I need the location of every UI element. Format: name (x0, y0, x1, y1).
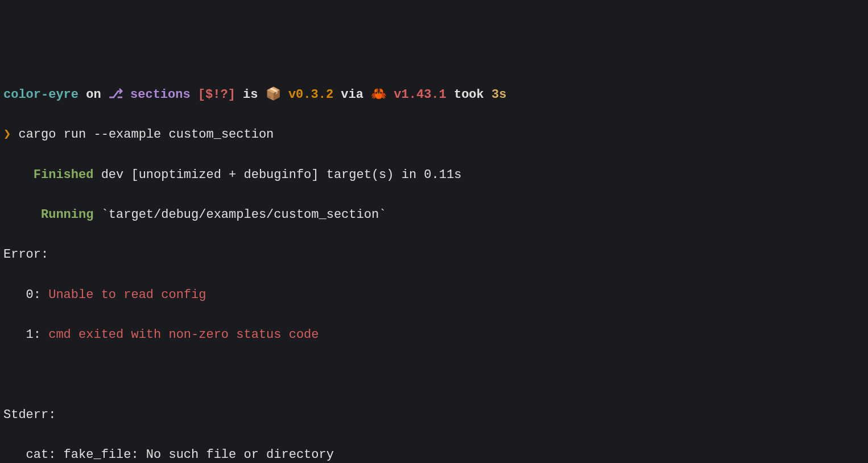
via-text: via (333, 88, 371, 102)
prompt-char: ❯ (3, 127, 18, 142)
command-line[interactable]: ❯ cargo run --example custom_section (3, 125, 865, 144)
package-version: v0.3.2 (288, 88, 333, 102)
on-text: on (78, 88, 109, 102)
rust-version: v1.43.1 (394, 88, 446, 102)
package-icon: 📦 (266, 88, 288, 102)
finished-label: Finished (34, 168, 94, 182)
error-message: cmd exited with non-zero status code (48, 328, 319, 342)
project-name: color-eyre (3, 88, 78, 102)
error-item: 0: Unable to read config (3, 285, 865, 305)
command-text: cargo run --example custom_section (18, 127, 274, 142)
error-item: 1: cmd exited with non-zero status code (3, 325, 865, 345)
error-message: Unable to read config (48, 288, 206, 302)
prompt-line: color-eyre on ⎇ sections [$!?] is 📦 v0.3… (3, 85, 865, 105)
error-label: Error: (3, 245, 865, 264)
running-text: `target/debug/examples/custom_section` (93, 208, 386, 222)
finished-text: dev [unoptimized + debuginfo] target(s) … (93, 168, 461, 182)
git-branch: sections (123, 88, 191, 102)
took-label: took (447, 88, 491, 102)
error-index: 1: (3, 328, 48, 342)
is-text: is (235, 88, 266, 102)
running-label: Running (41, 208, 93, 222)
cargo-running-line: Running `target/debug/examples/custom_se… (3, 205, 865, 225)
stderr-content: cat: fake_file: No such file or director… (3, 445, 865, 463)
took-value: 3s (491, 88, 506, 102)
cargo-finished-line: Finished dev [unoptimized + debuginfo] t… (3, 165, 865, 185)
git-branch-icon: ⎇ (109, 88, 123, 102)
git-status: [$!?] (191, 88, 235, 102)
blank-line (3, 365, 865, 385)
stderr-label: Stderr: (3, 405, 865, 425)
error-index: 0: (3, 288, 48, 302)
rust-icon: 🦀 (371, 88, 394, 102)
